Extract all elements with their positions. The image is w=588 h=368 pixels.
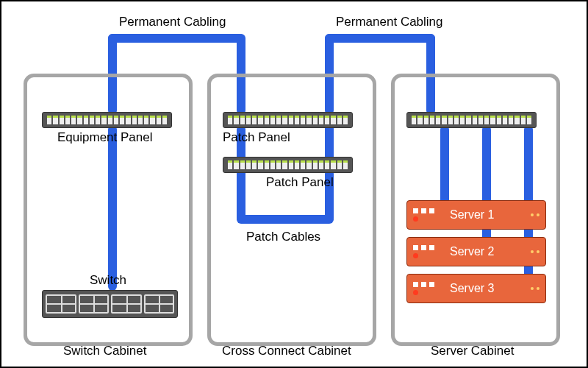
patch-panel-bottom-label: Patch Panel [266,175,334,190]
permanent-cabling-right-label: Permanent Cabling [336,15,443,29]
server-2-label: Server 2 [445,245,517,258]
patch-panel-bottom [223,157,353,173]
equipment-panel-label: Equipment Panel [57,130,152,145]
cable-permanent-right-h [325,34,435,43]
switch-device [42,290,178,318]
cross-connect-cabinet-label: Cross Connect Cabinet [222,344,351,358]
permanent-cabling-left-label: Permanent Cabling [119,15,226,29]
equipment-panel [42,112,172,128]
server-panel [406,112,537,128]
server-1: Server 1 [406,200,546,230]
server-1-label: Server 1 [445,208,517,222]
switch-cabinet-label: Switch Cabinet [63,344,146,358]
server-3: Server 3 [406,274,546,303]
diagram-canvas: Switch Cabinet Cross Connect Cabinet Ser… [0,0,588,368]
server-3-label: Server 3 [445,282,517,295]
patch-panel-top [223,112,353,128]
patch-panel-top-label: Patch Panel [223,130,290,145]
server-2: Server 2 [406,237,546,266]
cable-permanent-left-h [108,34,244,43]
server-cabinet-label: Server Cabinet [431,344,514,358]
switch-label: Switch [90,273,126,288]
patch-cables-label: Patch Cables [246,230,320,244]
